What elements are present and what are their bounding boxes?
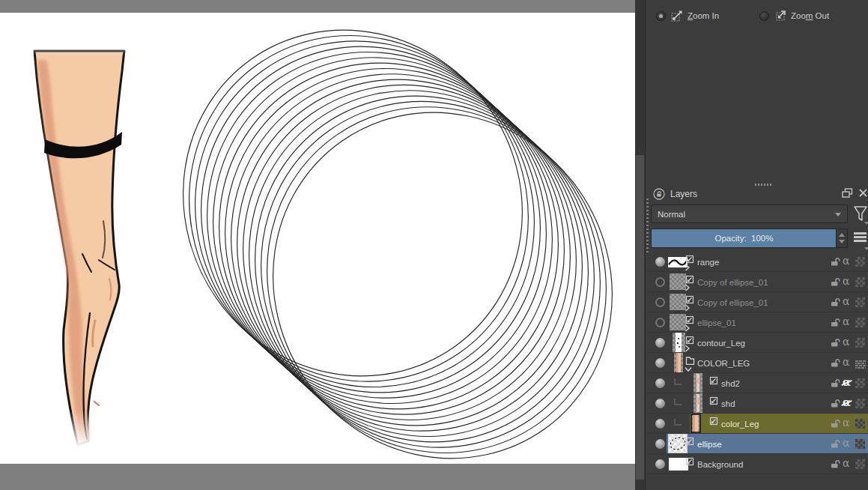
layer-row[interactable]: Copy of ellipse_01α xyxy=(646,292,868,312)
layer-name: Copy of ellipse_01 xyxy=(697,292,768,312)
alpha-channel-icon[interactable]: α xyxy=(843,275,849,287)
opacity-spinner[interactable] xyxy=(836,229,847,247)
visibility-eye-icon[interactable] xyxy=(655,419,665,429)
docker-lock-icon[interactable] xyxy=(653,188,665,200)
layer-row[interactable]: color_Legα xyxy=(646,414,868,434)
layer-row[interactable]: contour_Legα xyxy=(646,333,868,353)
scrollbar-thumb[interactable] xyxy=(636,155,644,480)
lock-icon[interactable] xyxy=(830,256,840,270)
child-connector xyxy=(674,399,682,405)
child-connector xyxy=(674,378,682,385)
visibility-eye-icon[interactable] xyxy=(655,338,665,348)
canvas-viewport[interactable] xyxy=(0,0,635,490)
visibility-eye-icon[interactable] xyxy=(655,459,665,469)
inherit-alpha-icon[interactable]: α xyxy=(843,376,851,388)
close-docker-icon[interactable] xyxy=(858,188,868,198)
vector-layer-badge-icon xyxy=(709,415,718,429)
inherit-alpha-checker-icon[interactable] xyxy=(855,459,865,469)
lock-icon[interactable] xyxy=(830,418,840,432)
chevron-down-icon xyxy=(835,213,841,217)
zoom-in-radio[interactable] xyxy=(656,11,666,21)
inherit-alpha-checker-icon[interactable] xyxy=(855,399,865,408)
zoom-out-icon xyxy=(774,10,786,22)
lock-icon[interactable] xyxy=(830,276,840,290)
lock-icon[interactable] xyxy=(830,357,840,371)
inherit-alpha-checker-icon[interactable] xyxy=(855,338,865,348)
layer-list: rangeαCopy of ellipse_01αCopy of ellipse… xyxy=(646,252,868,474)
visibility-eye-icon[interactable] xyxy=(655,277,665,287)
zoom-out-radio[interactable] xyxy=(759,11,769,21)
alpha-channel-icon[interactable]: α xyxy=(843,417,849,429)
layer-name: ellipse_01 xyxy=(697,312,736,333)
layer-name: Copy of ellipse_01 xyxy=(697,272,768,292)
visibility-eye-icon[interactable] xyxy=(655,378,665,388)
layers-docker-title: Layers xyxy=(670,189,697,199)
alpha-channel-icon[interactable]: α xyxy=(843,295,849,307)
visibility-eye-icon[interactable] xyxy=(655,439,665,449)
inherit-alpha-icon[interactable]: α xyxy=(843,396,851,408)
alpha-channel-icon[interactable]: α xyxy=(843,336,849,348)
layer-row[interactable]: rangeα xyxy=(646,252,868,272)
spin-up-icon[interactable] xyxy=(839,233,845,237)
lock-icon[interactable] xyxy=(830,297,840,310)
opacity-value: Opacity: 100% xyxy=(652,229,837,247)
inherit-alpha-checker-icon[interactable] xyxy=(855,318,865,327)
zoom-in-label: Zoom In xyxy=(688,11,719,20)
spin-down-icon[interactable] xyxy=(839,240,845,244)
visibility-eye-icon[interactable] xyxy=(655,297,665,307)
zoom-in-icon xyxy=(670,10,683,22)
lock-icon[interactable] xyxy=(830,378,840,391)
lock-icon[interactable] xyxy=(830,337,840,351)
float-docker-icon[interactable] xyxy=(842,188,853,199)
opacity-slider[interactable]: Opacity: 100% xyxy=(651,229,848,248)
layer-thumbnail xyxy=(694,393,702,416)
inherit-alpha-checker-icon[interactable] xyxy=(855,419,865,429)
inherit-alpha-checker-icon[interactable] xyxy=(855,378,865,388)
alpha-channel-icon[interactable]: α xyxy=(843,356,849,368)
lock-icon[interactable] xyxy=(830,459,840,472)
layer-row[interactable]: shdα xyxy=(646,393,868,414)
alpha-channel-icon[interactable]: α xyxy=(843,315,849,327)
vector-layer-badge-icon xyxy=(709,395,718,408)
inherit-alpha-checker-icon[interactable] xyxy=(855,297,865,307)
zoom-out-option[interactable]: Zoom Out xyxy=(759,9,829,22)
inherit-alpha-checker-icon[interactable] xyxy=(855,257,865,267)
zoom-in-option[interactable]: Zoom In xyxy=(656,9,719,22)
alpha-channel-icon[interactable]: α xyxy=(843,437,849,449)
document-canvas[interactable] xyxy=(0,13,635,464)
alpha-channel-icon[interactable]: α xyxy=(843,255,849,267)
canvas-artwork xyxy=(0,13,635,464)
visibility-eye-icon[interactable] xyxy=(655,257,665,267)
blend-mode-value: Normal xyxy=(658,210,685,219)
layer-row[interactable]: shd2α xyxy=(646,373,868,393)
layer-name: color_Leg xyxy=(721,414,759,434)
layer-row[interactable]: Copy of ellipse_01α xyxy=(646,272,868,292)
layer-row[interactable]: ellipseα xyxy=(646,434,868,454)
canvas-vertical-scrollbar[interactable] xyxy=(635,0,645,490)
lock-icon[interactable] xyxy=(830,438,840,452)
inherit-alpha-checker-icon[interactable] xyxy=(855,277,865,287)
layer-row[interactable]: COLOR_LEGα xyxy=(646,353,868,373)
chevron-down-icon xyxy=(864,222,868,225)
vector-layer-badge-icon xyxy=(685,456,694,469)
chevron-down-icon xyxy=(864,247,868,250)
visibility-eye-icon[interactable] xyxy=(655,358,665,368)
layer-row[interactable]: ellipse_01α xyxy=(646,312,868,333)
docker-drag-handle[interactable] xyxy=(755,184,772,186)
panel-splitter-handle[interactable] xyxy=(646,196,649,252)
child-connector xyxy=(674,419,682,426)
zoom-out-label: Zoom Out xyxy=(791,11,829,20)
visibility-eye-icon[interactable] xyxy=(655,399,665,408)
blend-mode-dropdown[interactable]: Normal xyxy=(651,205,848,223)
ellipse-spiral-art xyxy=(115,13,635,464)
layer-row[interactable]: Backgroundα xyxy=(646,454,868,474)
visibility-eye-icon[interactable] xyxy=(655,318,665,327)
vector-layer-badge-icon xyxy=(685,435,694,449)
alpha-channel-icon[interactable]: α xyxy=(843,457,849,469)
lock-icon[interactable] xyxy=(830,398,840,411)
inherit-alpha-checker-icon[interactable] xyxy=(855,439,865,449)
layer-name: Background xyxy=(697,454,743,474)
inherit-alpha-checker-icon[interactable] xyxy=(855,359,866,372)
menu-hamburger-icon[interactable] xyxy=(854,232,867,244)
lock-icon[interactable] xyxy=(830,317,840,330)
